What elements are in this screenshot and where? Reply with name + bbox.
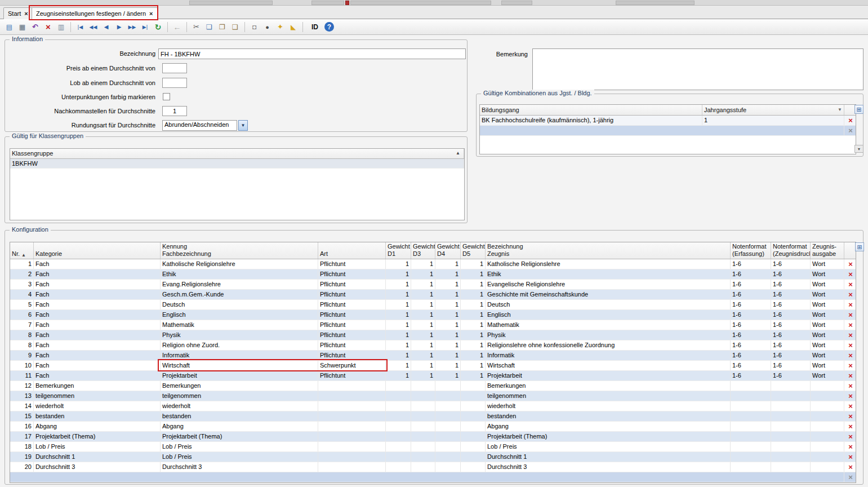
scroll-down-button[interactable]: ▼ — [854, 145, 863, 153]
save-icon[interactable]: ▦ — [16, 21, 28, 33]
delete-row-icon[interactable]: × — [844, 391, 856, 401]
tab-start[interactable]: Start × — [3, 7, 33, 19]
help-icon[interactable]: ? — [324, 22, 334, 32]
tab-close-icon[interactable]: × — [149, 10, 153, 17]
paste-icon[interactable]: ❐ — [216, 21, 228, 33]
column-header[interactable]: Art — [318, 242, 386, 259]
column-header[interactable]: Gewicht D5 — [461, 242, 486, 259]
konfiguration-row[interactable]: 9FachInformatikPflichtunt1111Informatik1… — [10, 351, 856, 361]
comment-icon[interactable]: ● — [261, 21, 273, 33]
delete-row-icon[interactable]: × — [844, 126, 856, 135]
konfiguration-row[interactable]: 18Lob / PreisLob / PreisLob / Preis× — [10, 442, 856, 452]
delete-row-icon[interactable]: × — [844, 330, 856, 340]
delete-row-icon[interactable]: × — [844, 259, 856, 269]
konfiguration-row[interactable]: 6FachEnglischPflichtunt1111Englisch1-61-… — [10, 310, 856, 320]
column-header[interactable]: Notenformat (Zeugnisdruck) — [771, 242, 811, 259]
konfiguration-row[interactable]: 5FachDeutschPflichtunt1111Deutsch1-61-6W… — [10, 300, 856, 310]
undo-icon[interactable]: ↶ — [29, 21, 41, 33]
delete-row-icon[interactable]: × — [844, 381, 856, 391]
delete-row-icon[interactable]: × — [844, 116, 856, 125]
lock-icon[interactable]: ◘ — [248, 21, 260, 33]
konfiguration-row[interactable]: 7FachMathematikPflichtunt1111Mathematik1… — [10, 320, 856, 330]
filter-dropdown-icon[interactable]: ▼ — [838, 107, 842, 113]
column-header[interactable]: Zeugnis- ausgabe — [811, 242, 844, 259]
preis-input[interactable] — [162, 63, 187, 73]
refresh-icon[interactable]: ↻ — [152, 21, 164, 33]
tab-zeugniseinstellungen[interactable]: Zeugniseinstellungen festlegen / ändern … — [32, 7, 158, 19]
nachkommastellen-input[interactable] — [162, 106, 187, 116]
konfiguration-row[interactable]: 1FachKatholische ReligionslehrePflichtun… — [10, 259, 856, 269]
column-header[interactable]: Klassengruppe▲ — [10, 149, 464, 158]
nav-fast-forward-icon[interactable]: ▶▶ — [126, 21, 138, 33]
nav-fast-back-icon[interactable]: ◀◀ — [87, 21, 99, 33]
rundungsart-select[interactable]: Abrunden/Abschneiden — [162, 120, 237, 131]
konfiguration-row[interactable]: 20Durchschnitt 3Durchschnitt 3Durchschni… — [10, 462, 856, 472]
delete-row-icon[interactable]: × — [844, 401, 856, 411]
horn-icon[interactable]: ◣ — [287, 21, 299, 33]
column-header[interactable]: Jahrgangsstufe▼ — [702, 105, 844, 115]
delete-row-icon[interactable]: × — [844, 422, 856, 431]
selected-empty-row[interactable]: × — [10, 472, 856, 482]
delete-row-icon[interactable]: × — [844, 280, 856, 289]
delete-row-icon[interactable]: × — [844, 340, 856, 350]
delete-row-icon[interactable]: × — [844, 290, 856, 299]
column-header[interactable]: Kennung Fachbezeichnung — [161, 242, 318, 259]
delete-row-icon[interactable]: × — [844, 300, 856, 309]
konfiguration-row[interactable]: 19Durchschnitt 1Lob / PreisDurchschnitt … — [10, 452, 856, 462]
column-header[interactable]: Bezeichnung Zeugnis — [486, 242, 731, 259]
konfiguration-row[interactable]: 16AbgangAbgangAbgang× — [10, 422, 856, 432]
column-header[interactable]: Gewicht D4 — [435, 242, 461, 259]
nav-back-icon[interactable]: ◀ — [100, 21, 112, 33]
konfiguration-row[interactable]: 10FachWirtschaftSchwerpunkt1111Wirtschaf… — [10, 361, 856, 371]
column-header[interactable]: Notenformat (Erfassung) — [731, 242, 771, 259]
konfiguration-row[interactable]: 8FachPhysikPflichtunt1111Physik1-61-6Wor… — [10, 330, 856, 340]
revert-icon[interactable]: ▥ — [55, 21, 67, 33]
column-header[interactable]: Nr.▲ — [10, 242, 34, 259]
kombination-row[interactable]: BK Fachhochschulreife (kaufmännisch), 1-… — [480, 116, 856, 126]
bezeichnung-input[interactable] — [158, 48, 466, 59]
tab-close-icon[interactable]: × — [24, 10, 28, 17]
column-header[interactable]: Bildungsgang — [480, 105, 702, 115]
konfiguration-row[interactable]: 4FachGesch.m.Gem.-KundePflichtunt1111Ges… — [10, 290, 856, 300]
column-header[interactable]: Kategorie — [34, 242, 161, 259]
delete-row-icon[interactable]: × — [844, 472, 856, 482]
delete-row-icon[interactable]: × — [844, 442, 856, 451]
bemerkung-textarea[interactable] — [532, 48, 863, 90]
delete-row-icon[interactable]: × — [844, 361, 856, 370]
konfiguration-row[interactable]: 8FachReligion ohne Zuord.Pflichtunt1111R… — [10, 340, 856, 351]
delete-row-icon[interactable]: × — [844, 432, 856, 441]
paste-special-icon[interactable]: ❑ — [229, 21, 241, 33]
selected-empty-row[interactable]: × — [480, 126, 856, 136]
delete-row-icon[interactable]: × — [844, 310, 856, 320]
delete-row-icon[interactable]: × — [844, 269, 856, 279]
unterpunktungen-checkbox[interactable] — [163, 93, 170, 100]
konfiguration-row[interactable]: 13teilgenommenteilgenommenteilgenommen× — [10, 391, 856, 401]
delete-row-icon[interactable]: × — [844, 320, 856, 330]
delete-row-icon[interactable]: × — [844, 351, 856, 360]
delete-row-icon[interactable]: × — [844, 411, 856, 421]
konfiguration-row[interactable]: 11FachProjektarbeitPflichtunt1111Projekt… — [10, 371, 856, 381]
new-record-icon[interactable]: ▤ — [3, 21, 15, 33]
delete-row-icon[interactable]: × — [844, 452, 856, 462]
konfiguration-row[interactable]: 15bestandenbestandenbestanden× — [10, 411, 856, 422]
column-header[interactable]: Gewicht D3 — [411, 242, 435, 259]
nav-forward-icon[interactable]: ▶ — [113, 21, 125, 33]
cut-icon[interactable]: ✂ — [190, 21, 202, 33]
column-picker-button[interactable]: ⊞ — [854, 105, 863, 114]
konfiguration-row[interactable]: 3FachEvang.ReligionslehrePflichtunt1111E… — [10, 280, 856, 290]
column-picker-button[interactable]: ⊞ — [855, 242, 864, 251]
back-arrow-icon[interactable]: ← — [171, 21, 183, 33]
nav-last-icon[interactable]: ▶| — [139, 21, 151, 33]
konfiguration-row[interactable]: 2FachEthikPflichtunt1111Ethik1-61-6Wort× — [10, 269, 856, 280]
copy-icon[interactable]: ❏ — [203, 21, 215, 33]
delete-icon[interactable]: × — [42, 21, 54, 33]
delete-row-icon[interactable]: × — [844, 462, 856, 472]
nav-first-icon[interactable]: |◀ — [74, 21, 86, 33]
key-icon[interactable]: ✦ — [274, 21, 286, 33]
konfiguration-row[interactable]: 17Projektarbeit (Thema)Projektarbeit (Th… — [10, 432, 856, 442]
klassengruppe-row[interactable]: 1BKFHW — [10, 159, 464, 169]
lob-input[interactable] — [162, 78, 187, 88]
column-header[interactable]: Gewicht D1 — [386, 242, 411, 259]
konfiguration-row[interactable]: 14wiederholtwiederholtwiederholt× — [10, 401, 856, 411]
id-button[interactable]: ID — [306, 21, 323, 33]
